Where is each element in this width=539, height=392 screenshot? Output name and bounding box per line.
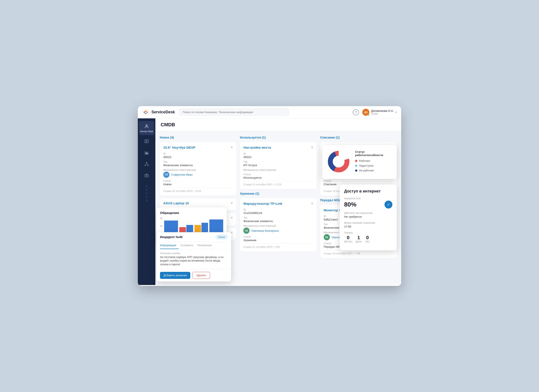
camera-icon xyxy=(144,172,150,179)
incident-tab-metrics[interactable]: Показатели xyxy=(197,242,214,249)
page-title: CMDB xyxy=(161,122,396,128)
sidebar-item-service-desk[interactable]: Service Desk xyxy=(139,121,154,135)
incident-tab-info[interactable]: Информация xyxy=(160,242,179,249)
sla-normativ-field: Норматив SLA 80% ✓ xyxy=(344,197,392,208)
card-title-router[interactable]: Маршрутизатор TP-Link xyxy=(243,202,282,206)
user-area[interactable]: ДН Долженкова Н.А. ELMA ▾ xyxy=(362,109,397,116)
incident-tab-client[interactable]: О клиенте xyxy=(180,242,196,249)
svg-point-11 xyxy=(146,162,147,163)
column-header-new[interactable]: Новое (4) xyxy=(160,136,236,139)
card-date-1: Создан 22 сентября 2023 г., 14:05 xyxy=(163,188,233,192)
sla-title: Доступ в интернет xyxy=(344,189,392,194)
period-hour-unit: ЧАС xyxy=(365,241,370,243)
service-desk-icon xyxy=(144,123,150,129)
column-header-storage[interactable]: Хранение (1) xyxy=(240,192,317,195)
column-header-used[interactable]: Используется (1) xyxy=(240,136,317,139)
donut-panel: Статус работоспособности Работает Недост… xyxy=(322,145,397,179)
sla-action-value: Не требуется xyxy=(344,215,392,218)
card-title-setup[interactable]: Настройка места xyxy=(243,145,271,150)
responsible-avatar-monitor: ОЕ xyxy=(324,234,330,240)
svg-point-12 xyxy=(145,165,146,166)
legend-label-broken: Не работает xyxy=(359,169,374,172)
column-header-writeoff[interactable]: Списание (1) xyxy=(320,136,397,139)
sidebar-item-label-service-desk: Service Desk xyxy=(140,130,153,133)
incident-field-label: Описание ошибки xyxy=(160,252,228,255)
svg-point-13 xyxy=(148,165,149,166)
collapsed-chevron-3[interactable]: ∨ xyxy=(231,231,233,234)
sidebar-item-network[interactable] xyxy=(139,159,154,169)
id-label-1: ID xyxy=(163,152,233,155)
status-label-1: Статус xyxy=(163,179,233,182)
period-day-unit: ДЕНЬ xyxy=(356,241,362,243)
collapsed-title-1: ASUS Laptop 15 xyxy=(163,201,189,205)
legend-dot-broken xyxy=(355,170,357,172)
card-chevron-router[interactable]: ∧ xyxy=(311,202,313,205)
sla-time-label: Время проверки норматива xyxy=(344,222,392,224)
top-bar: ServiceDesk ? ДН Долженкова Н.А. ELMA ▾ xyxy=(138,106,401,118)
svg-rect-16 xyxy=(145,174,149,177)
browser-window: ServiceDesk ? ДН Долженкова Н.А. ELMA ▾ xyxy=(138,106,401,286)
period-row: 0 МЕСЯЦ 1 ДЕНЬ 0 ЧАС xyxy=(344,235,392,243)
sidebar-item-chart[interactable] xyxy=(139,147,154,158)
period-hour-value: 0 xyxy=(365,235,370,241)
responsible-name-router[interactable]: Овечкина Екатерина xyxy=(251,229,279,232)
sidebar-item-camera[interactable] xyxy=(139,170,154,181)
y-label-30: 30 xyxy=(160,217,162,220)
period-month: 0 МЕСЯЦ xyxy=(344,235,352,243)
logo-area: ServiceDesk xyxy=(142,109,175,116)
incident-tabs: Информация О клиенте Показатели xyxy=(156,242,231,249)
svg-line-14 xyxy=(145,163,147,165)
sla-percent-value: 80% xyxy=(344,201,356,208)
delete-button[interactable]: Удалить xyxy=(192,272,210,279)
svg-rect-8 xyxy=(145,153,146,154)
sla-time-field: Время проверки норматива 17:00 xyxy=(344,222,392,228)
logo-icon xyxy=(142,109,149,116)
sla-action-label: Действие при нарушении xyxy=(344,212,392,214)
incident-field-value: На тестовом сервере АПП запускаю Дизайне… xyxy=(160,255,228,266)
incident-panel: Инцидент №40 Новое Информация О клиенте … xyxy=(156,232,231,282)
collapsed-chevron-2[interactable]: ∨ xyxy=(231,216,233,219)
sidebar-dots xyxy=(146,181,148,206)
svg-point-17 xyxy=(146,175,147,176)
user-status-dot xyxy=(368,114,369,116)
add-solution-button[interactable]: Добавить решение xyxy=(160,272,190,279)
incident-body: Описание ошибки На тестовом сервере АПП … xyxy=(156,249,231,269)
svg-line-15 xyxy=(147,163,148,165)
sla-time-value: 17:00 xyxy=(344,225,392,228)
card-chevron-setup[interactable]: ∧ xyxy=(311,145,313,149)
period-day: 1 ДЕНЬ xyxy=(356,235,362,243)
help-button[interactable]: ? xyxy=(353,109,359,115)
type-label-1: Тип xyxy=(163,161,233,163)
sla-period-label: Период xyxy=(344,231,392,234)
card-laptop: 15.6" Ноутбук DEXP ∧ ID 40023 Тип Физиче… xyxy=(160,142,236,196)
user-info: Долженкова Н.А. ELMA xyxy=(371,109,394,115)
user-name: Долженкова Н.А. xyxy=(371,109,394,113)
incident-actions: Добавить решение Удалить xyxy=(156,269,231,282)
responsible-label-1: Материально ответственный xyxy=(163,169,233,171)
donut-chart-wrapper xyxy=(327,150,351,175)
svg-point-21 xyxy=(333,156,344,167)
chart-icon xyxy=(144,150,150,156)
list-icon xyxy=(144,138,150,144)
donut-legend: Статус работоспособности Работает Недост… xyxy=(355,150,392,174)
search-input[interactable] xyxy=(179,109,289,116)
svg-rect-9 xyxy=(147,152,147,154)
sla-period-field: Период 0 МЕСЯЦ 1 ДЕНЬ 0 ЧАС xyxy=(344,231,392,243)
svg-point-0 xyxy=(142,109,149,116)
sla-panel: Доступ в интернет Норматив SLA 80% ✓ Дей… xyxy=(340,184,397,250)
collapsed-chevron-1[interactable]: ∨ xyxy=(231,201,233,205)
type-value-1: Физические элементы xyxy=(163,164,233,167)
y-label-20: 20 xyxy=(160,225,162,227)
period-day-value: 1 xyxy=(356,235,362,241)
incident-status-badge: Новое xyxy=(216,235,228,239)
period-month-value: 0 xyxy=(344,235,352,241)
responsible-name-1[interactable]: Софронов Иван xyxy=(171,173,192,176)
responsible-avatar-1: СИ xyxy=(163,172,169,178)
sla-percent-row: 80% ✓ xyxy=(344,201,392,208)
card-title-laptop[interactable]: 15.6" Ноутбук DEXP xyxy=(163,145,195,150)
sidebar-item-list[interactable] xyxy=(139,136,154,146)
id-value-1: 40023 xyxy=(163,156,233,159)
legend-dot-works xyxy=(355,160,357,162)
card-chevron-laptop[interactable]: ∧ xyxy=(231,145,233,149)
page-header: CMDB xyxy=(155,118,401,131)
